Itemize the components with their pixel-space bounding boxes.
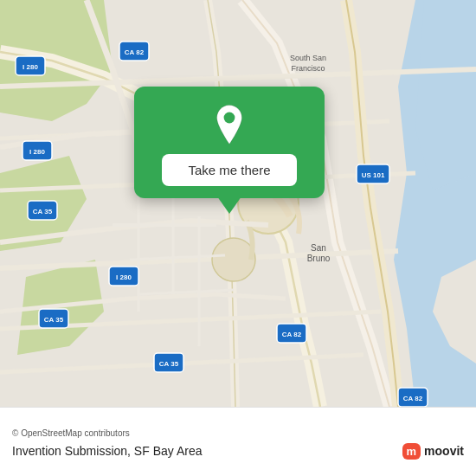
svg-text:CA 35: CA 35 (159, 360, 179, 368)
moovit-brand-text: moovit (424, 444, 464, 458)
svg-text:Francisco: Francisco (291, 64, 325, 73)
svg-text:CA 82: CA 82 (282, 331, 302, 338)
svg-text:US 101: US 101 (362, 171, 385, 179)
svg-text:I 280: I 280 (23, 63, 38, 71)
location-popup: Take me there (134, 87, 325, 198)
svg-text:I 280: I 280 (29, 148, 45, 156)
svg-point-8 (212, 238, 255, 281)
osm-attribution: © OpenStreetMap contributors (12, 428, 464, 438)
moovit-logo: m moovit (402, 443, 464, 460)
svg-text:South San: South San (290, 54, 326, 62)
moovit-icon: m (402, 443, 421, 460)
svg-text:I 280: I 280 (116, 273, 132, 281)
map-view[interactable]: I 280 I 280 I 280 CA 82 CA 82 CA 82 CA 3… (0, 0, 476, 407)
svg-text:CA 82: CA 82 (125, 48, 145, 56)
svg-text:CA 82: CA 82 (403, 395, 423, 402)
location-pin-icon (209, 104, 250, 145)
svg-text:CA 35: CA 35 (44, 316, 64, 324)
bottom-info-bar: © OpenStreetMap contributors Invention S… (0, 407, 476, 476)
svg-point-40 (224, 113, 235, 124)
take-me-there-button[interactable]: Take me there (162, 154, 296, 186)
location-label: Invention Submission, SF Bay Area (12, 444, 202, 458)
svg-text:Bruno: Bruno (307, 254, 331, 263)
svg-text:San: San (311, 243, 326, 253)
svg-text:CA 35: CA 35 (33, 208, 53, 215)
